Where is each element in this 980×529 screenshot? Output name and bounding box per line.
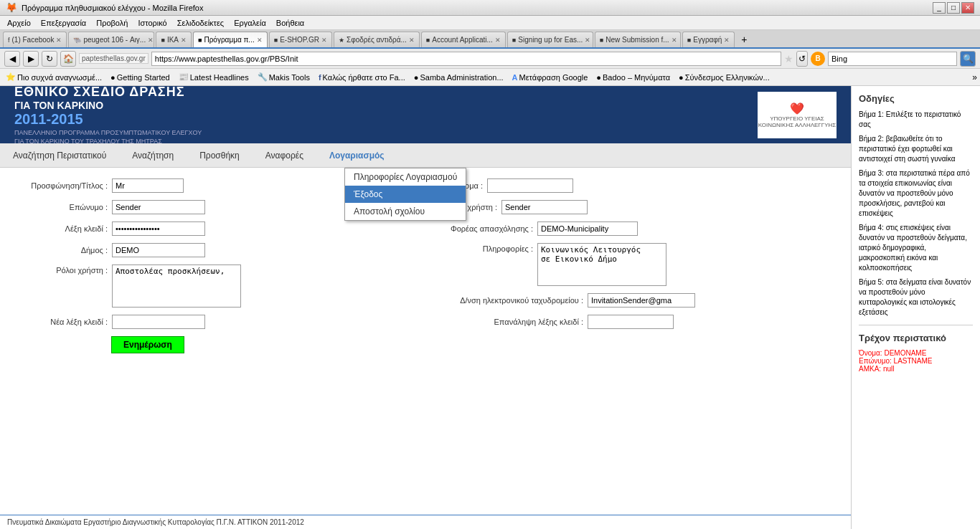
nav-search[interactable]: Αναζήτηση (126, 148, 179, 163)
tab-peugeot-close[interactable]: ✕ (148, 37, 154, 44)
surname-label: Επώνυμο : (14, 203, 108, 211)
minimize-button[interactable]: _ (933, 2, 946, 14)
bookmark-makis[interactable]: 🔧 Makis Tools (255, 71, 313, 83)
nav-reports[interactable]: Αναφορές (260, 148, 309, 163)
tab-new-submission[interactable]: ■ New Submission f... ✕ (595, 32, 681, 47)
tab-eshop-close[interactable]: ✕ (321, 37, 327, 44)
username-field-group: Όνομα χρήστη : (440, 200, 837, 214)
email-label: Δ/νση ηλεκτρονικού ταχυδρομείου : (440, 296, 583, 305)
tab-facebook-close[interactable]: ✕ (56, 37, 62, 44)
surname-input[interactable] (112, 200, 205, 214)
tab-bar: f (1) Facebook ✕ 🐃 peugeot 106 - Αιγ... … (0, 30, 980, 49)
bookmark-badoo-label: Badoo – Μηνύματα (603, 73, 670, 82)
refresh-icon[interactable]: ↺ (796, 51, 808, 67)
bookmarks-more[interactable]: » (972, 72, 977, 82)
bookmark-badoo[interactable]: ● Badoo – Μηνύματα (593, 72, 673, 83)
bookmark-gt-icon: A (512, 73, 518, 82)
tab-ika[interactable]: ■ ΙΚΑ ✕ (156, 32, 192, 47)
bookmark-getting-started[interactable]: ● Getting Started (108, 72, 173, 83)
update-button[interactable]: Ενημέρωση (111, 336, 184, 353)
bookmark-google-translate[interactable]: A Μετάφραση Google (509, 72, 591, 83)
password-field-group: Λέξη κλειδί : (14, 221, 411, 236)
dropdown-logout[interactable]: Έξοδος (345, 186, 466, 203)
home-button[interactable]: 🏠 (60, 51, 76, 67)
bookmark-facebook[interactable]: f Καλώς ήρθατε στο Fa... (316, 72, 408, 83)
close-button[interactable]: ✕ (961, 2, 974, 14)
username-input[interactable] (501, 200, 588, 214)
main-content: ΕΘΝΙΚΟ ΣΧΕΔΙΟ ΔΡΑΣΗΣ ΓΙΑ ΤΟΝ ΚΑΡΚΙΝΟ 201… (0, 86, 851, 529)
tab-signing-label: Signing up for Eas... (518, 36, 583, 44)
nav-add[interactable]: Προσθήκη (194, 148, 245, 163)
tab-eggrafi-label: Εγγραφή (693, 36, 722, 44)
tab-sfodres-close[interactable]: ✕ (409, 37, 415, 44)
bookmark-samba[interactable]: ● Samba Administration... (411, 72, 507, 83)
bookmark-frequent-icon: ⭐ (6, 72, 16, 82)
reload-button[interactable]: ↻ (42, 51, 57, 67)
tab-account-label: Account Applicati... (432, 36, 493, 44)
menu-history[interactable]: Ιστορικό (133, 17, 171, 29)
new-password-field-group: Νέα λέξη κλειδί : (14, 315, 411, 329)
menu-view[interactable]: Προβολή (92, 17, 132, 29)
password-input[interactable] (112, 221, 205, 236)
email-input[interactable] (588, 293, 695, 308)
tab-ika-close[interactable]: ✕ (181, 37, 187, 44)
update-btn-wrapper: Ενημέρωση (111, 336, 411, 353)
forward-button[interactable]: ▶ (23, 51, 39, 67)
back-button[interactable]: ◀ (4, 51, 20, 67)
menu-file[interactable]: Αρχείο (3, 17, 35, 29)
tab-facebook[interactable]: f (1) Facebook ✕ (3, 32, 67, 47)
menu-edit[interactable]: Επεξεργασία (37, 17, 90, 29)
tab-eggrafi-close[interactable]: ✕ (724, 37, 730, 44)
signing-favicon: ■ (512, 37, 516, 44)
tab-sfodres-label: Σφοδρές αντιδρά... (347, 36, 407, 44)
municipality-input[interactable] (112, 243, 205, 257)
bookmark-syndemos[interactable]: ● Σύνδεσμος Ελληνικών... (676, 72, 773, 83)
search-button[interactable]: 🔍 (960, 51, 976, 67)
tab-new-submission-close[interactable]: ✕ (672, 37, 677, 44)
current-patient-name: Όνομα: DEMONAME (859, 349, 973, 357)
current-patient-amka: ΑΜΚΑ: null (859, 365, 973, 373)
menu-help[interactable]: Βοήθεια (272, 17, 308, 29)
nav-account[interactable]: Λογαριασμός (324, 148, 390, 163)
salutation-label: Προσφώνηση/Τίτλος : (14, 181, 108, 190)
sidebar-step2: Βήμα 2: βεβαιωθείτε ότι το περιστατικό έ… (859, 134, 973, 164)
search-input[interactable] (828, 52, 957, 66)
tab-programma-close[interactable]: ✕ (257, 37, 263, 44)
new-password-input[interactable] (112, 315, 205, 329)
name-input[interactable] (487, 178, 573, 193)
municipality-field-group: Δήμος : (14, 243, 411, 257)
menu-bookmarks[interactable]: Σελιδοδείκτες (173, 17, 228, 29)
tab-programma[interactable]: ■ Πρόγραμμα π... ✕ (193, 32, 268, 47)
bookmarks-bar: ⭐ Πιο συχνά αναγνωσμέ... ● Getting Start… (0, 69, 980, 86)
salutation-input[interactable] (112, 178, 184, 193)
tab-signing[interactable]: ■ Signing up for Eas... ✕ (507, 32, 593, 47)
new-tab-button[interactable]: + (736, 32, 752, 47)
tab-eshop[interactable]: ■ E-SHOP.GR ✕ (269, 32, 332, 47)
bookmark-frequent[interactable]: ⭐ Πιο συχνά αναγνωσμέ... (3, 71, 105, 83)
nav-search-patient[interactable]: Αναζήτηση Περιστατικού (7, 148, 112, 163)
dropdown-send-comment[interactable]: Αποστολή σχολίου (345, 203, 466, 220)
tab-account-close[interactable]: ✕ (495, 37, 501, 44)
tab-sfodres[interactable]: ★ Σφοδρές αντιδρά... ✕ (334, 32, 420, 47)
tab-account[interactable]: ■ Account Applicati... ✕ (421, 32, 506, 47)
employer-label: Φορέας απασχόλησης : (440, 224, 533, 233)
url-input[interactable] (151, 52, 781, 66)
info-textarea[interactable]: Κοινωνικός Λειτουργός σε Εικονικό Δήμο (537, 243, 666, 286)
account-dropdown: Πληροφορίες Λογαριασμού Έξοδος Αποστολή … (344, 168, 466, 221)
menu-tools[interactable]: Εργαλεία (230, 17, 270, 29)
tab-peugeot[interactable]: 🐃 peugeot 106 - Αιγ... ✕ (68, 32, 154, 47)
account-favicon: ■ (426, 37, 430, 44)
tab-eggrafi[interactable]: ■ Εγγραφή ✕ (682, 32, 735, 47)
bookmark-headlines[interactable]: 📰 Latest Headlines (176, 71, 252, 83)
roles-textarea[interactable]: Αποστολέας προσκλήσεων, (112, 264, 241, 308)
sidebar-instructions-title: Οδηγίες (859, 93, 973, 104)
dropdown-account-info[interactable]: Πληροφορίες Λογαριασμού (345, 168, 466, 186)
repeat-password-input[interactable] (588, 315, 674, 329)
tab-signing-close[interactable]: ✕ (585, 37, 590, 44)
maximize-button[interactable]: □ (947, 2, 960, 14)
new-password-label: Νέα λέξη κλειδί : (14, 318, 108, 326)
ministry-logo: ❤️ ΥΠΟΥΡΓΕΙΟ ΥΓΕΙΑΣΚΟΙΝΩΝΙΚΗΣ ΑΛΛΗΛΕΓΓΥΗ… (758, 92, 837, 138)
star-icon[interactable]: ★ (784, 53, 793, 65)
employer-input[interactable] (537, 221, 638, 236)
bookmark-makis-icon: 🔧 (258, 72, 268, 82)
